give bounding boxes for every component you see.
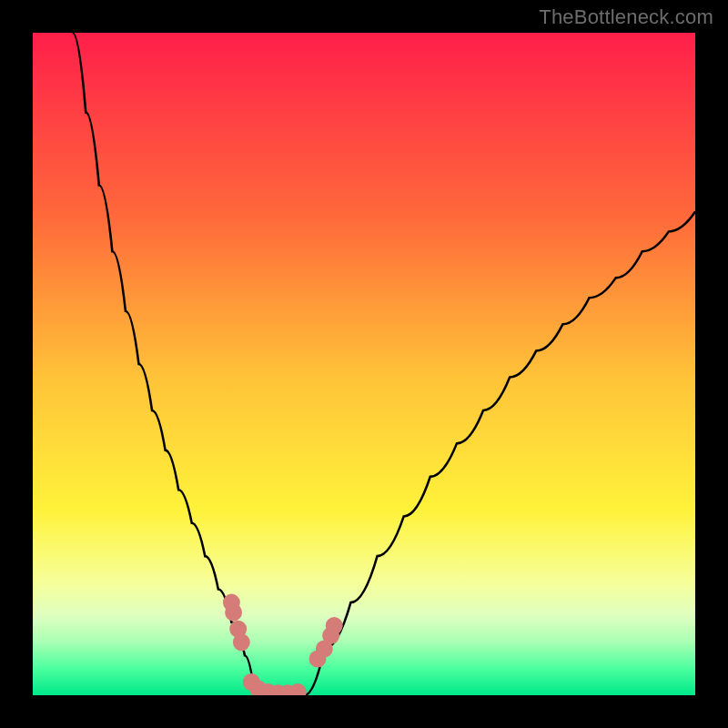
outer-frame: TheBottleneck.com <box>0 0 728 728</box>
watermark-text: TheBottleneck.com <box>539 5 713 29</box>
series-right-curve <box>304 212 695 695</box>
chart-svg <box>33 33 695 695</box>
marker-right-cluster-4 <box>326 617 343 634</box>
marker-floor-6 <box>289 683 307 695</box>
marker-left-cluster-2 <box>225 604 242 622</box>
marker-left-cluster-4 <box>233 633 250 651</box>
plot-area <box>33 33 695 695</box>
